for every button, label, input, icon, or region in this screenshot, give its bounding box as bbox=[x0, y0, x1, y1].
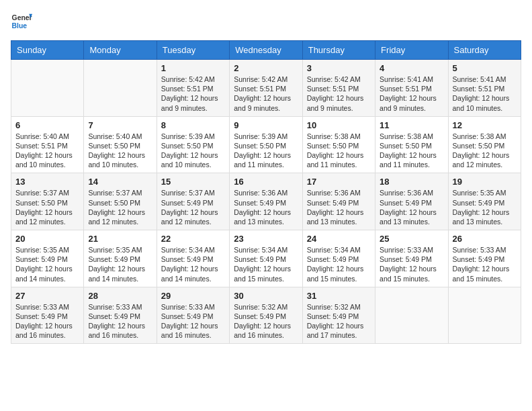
day-info: Sunrise: 5:37 AMSunset: 5:50 PMDaylight:… bbox=[15, 188, 79, 226]
day-info: Sunrise: 5:42 AMSunset: 5:51 PMDaylight:… bbox=[234, 75, 298, 113]
day-number: 24 bbox=[307, 234, 371, 244]
day-info: Sunrise: 5:33 AMSunset: 5:49 PMDaylight:… bbox=[380, 245, 443, 283]
day-number: 26 bbox=[453, 234, 517, 244]
day-number: 25 bbox=[380, 234, 443, 244]
calendar-cell: 5Sunrise: 5:41 AMSunset: 5:51 PMDaylight… bbox=[448, 60, 521, 117]
calendar-cell: 26Sunrise: 5:33 AMSunset: 5:49 PMDayligh… bbox=[448, 230, 521, 287]
calendar-cell bbox=[11, 60, 84, 117]
calendar-cell: 21Sunrise: 5:35 AMSunset: 5:49 PMDayligh… bbox=[84, 230, 157, 287]
day-number: 21 bbox=[88, 234, 152, 244]
calendar-cell: 20Sunrise: 5:35 AMSunset: 5:49 PMDayligh… bbox=[11, 230, 84, 287]
calendar-cell: 16Sunrise: 5:36 AMSunset: 5:49 PMDayligh… bbox=[230, 173, 302, 230]
week-row-2: 6Sunrise: 5:40 AMSunset: 5:51 PMDaylight… bbox=[11, 116, 521, 173]
day-info: Sunrise: 5:34 AMSunset: 5:49 PMDaylight:… bbox=[161, 245, 225, 283]
day-info: Sunrise: 5:33 AMSunset: 5:49 PMDaylight:… bbox=[15, 302, 79, 340]
day-info: Sunrise: 5:34 AMSunset: 5:49 PMDaylight:… bbox=[234, 245, 298, 283]
svg-text:General: General bbox=[12, 14, 32, 21]
calendar-cell: 22Sunrise: 5:34 AMSunset: 5:49 PMDayligh… bbox=[157, 230, 229, 287]
week-row-4: 20Sunrise: 5:35 AMSunset: 5:49 PMDayligh… bbox=[11, 230, 521, 287]
day-info: Sunrise: 5:39 AMSunset: 5:50 PMDaylight:… bbox=[161, 132, 225, 170]
calendar-cell: 12Sunrise: 5:38 AMSunset: 5:50 PMDayligh… bbox=[448, 116, 521, 173]
week-row-3: 13Sunrise: 5:37 AMSunset: 5:50 PMDayligh… bbox=[11, 173, 521, 230]
calendar-cell: 8Sunrise: 5:39 AMSunset: 5:50 PMDaylight… bbox=[157, 116, 229, 173]
calendar-cell: 13Sunrise: 5:37 AMSunset: 5:50 PMDayligh… bbox=[11, 173, 84, 230]
calendar-cell: 23Sunrise: 5:34 AMSunset: 5:49 PMDayligh… bbox=[230, 230, 302, 287]
day-number: 15 bbox=[161, 177, 225, 187]
day-number: 13 bbox=[15, 177, 79, 187]
day-info: Sunrise: 5:37 AMSunset: 5:49 PMDaylight:… bbox=[161, 188, 225, 226]
calendar-cell: 1Sunrise: 5:42 AMSunset: 5:51 PMDaylight… bbox=[157, 60, 229, 117]
day-info: Sunrise: 5:40 AMSunset: 5:51 PMDaylight:… bbox=[15, 132, 79, 170]
day-info: Sunrise: 5:36 AMSunset: 5:49 PMDaylight:… bbox=[380, 188, 443, 226]
day-number: 8 bbox=[161, 120, 225, 130]
weekday-header-tuesday: Tuesday bbox=[157, 41, 229, 60]
day-info: Sunrise: 5:34 AMSunset: 5:49 PMDaylight:… bbox=[307, 245, 371, 283]
day-number: 30 bbox=[234, 291, 298, 301]
day-number: 6 bbox=[15, 120, 79, 130]
week-row-1: 1Sunrise: 5:42 AMSunset: 5:51 PMDaylight… bbox=[11, 60, 521, 117]
calendar-cell: 7Sunrise: 5:40 AMSunset: 5:50 PMDaylight… bbox=[84, 116, 157, 173]
day-number: 31 bbox=[307, 291, 371, 301]
weekday-header-wednesday: Wednesday bbox=[230, 41, 302, 60]
weekday-header-sunday: Sunday bbox=[11, 41, 84, 60]
calendar-cell: 29Sunrise: 5:33 AMSunset: 5:49 PMDayligh… bbox=[157, 287, 229, 344]
calendar-cell: 25Sunrise: 5:33 AMSunset: 5:49 PMDayligh… bbox=[375, 230, 448, 287]
day-info: Sunrise: 5:40 AMSunset: 5:50 PMDaylight:… bbox=[88, 132, 152, 170]
weekday-header-saturday: Saturday bbox=[448, 41, 521, 60]
logo: General Blue bbox=[11, 11, 32, 32]
calendar-cell: 9Sunrise: 5:39 AMSunset: 5:50 PMDaylight… bbox=[230, 116, 302, 173]
calendar-cell: 30Sunrise: 5:32 AMSunset: 5:49 PMDayligh… bbox=[230, 287, 302, 344]
day-number: 19 bbox=[453, 177, 517, 187]
day-number: 23 bbox=[234, 234, 298, 244]
logo-icon: General Blue bbox=[11, 11, 32, 32]
calendar-cell: 3Sunrise: 5:42 AMSunset: 5:51 PMDaylight… bbox=[302, 60, 375, 117]
calendar-cell: 27Sunrise: 5:33 AMSunset: 5:49 PMDayligh… bbox=[11, 287, 84, 344]
day-number: 9 bbox=[234, 120, 298, 130]
day-number: 11 bbox=[380, 120, 443, 130]
calendar-cell bbox=[448, 287, 521, 344]
calendar-cell: 18Sunrise: 5:36 AMSunset: 5:49 PMDayligh… bbox=[375, 173, 448, 230]
day-number: 28 bbox=[88, 291, 152, 301]
day-info: Sunrise: 5:33 AMSunset: 5:49 PMDaylight:… bbox=[161, 302, 225, 340]
calendar-cell: 15Sunrise: 5:37 AMSunset: 5:49 PMDayligh… bbox=[157, 173, 229, 230]
day-info: Sunrise: 5:42 AMSunset: 5:51 PMDaylight:… bbox=[307, 75, 371, 113]
day-number: 4 bbox=[380, 63, 443, 73]
day-info: Sunrise: 5:38 AMSunset: 5:50 PMDaylight:… bbox=[307, 132, 371, 170]
calendar-cell: 31Sunrise: 5:32 AMSunset: 5:49 PMDayligh… bbox=[302, 287, 375, 344]
calendar-cell: 10Sunrise: 5:38 AMSunset: 5:50 PMDayligh… bbox=[302, 116, 375, 173]
weekday-header-thursday: Thursday bbox=[302, 41, 375, 60]
calendar-cell: 24Sunrise: 5:34 AMSunset: 5:49 PMDayligh… bbox=[302, 230, 375, 287]
day-info: Sunrise: 5:41 AMSunset: 5:51 PMDaylight:… bbox=[453, 75, 517, 113]
day-number: 10 bbox=[307, 120, 371, 130]
day-info: Sunrise: 5:38 AMSunset: 5:50 PMDaylight:… bbox=[453, 132, 517, 170]
day-info: Sunrise: 5:32 AMSunset: 5:49 PMDaylight:… bbox=[234, 302, 298, 340]
day-info: Sunrise: 5:38 AMSunset: 5:50 PMDaylight:… bbox=[380, 132, 443, 170]
calendar-cell bbox=[375, 287, 448, 344]
day-info: Sunrise: 5:36 AMSunset: 5:49 PMDaylight:… bbox=[307, 188, 371, 226]
day-info: Sunrise: 5:42 AMSunset: 5:51 PMDaylight:… bbox=[161, 75, 225, 113]
day-number: 14 bbox=[88, 177, 152, 187]
day-number: 2 bbox=[234, 63, 298, 73]
day-info: Sunrise: 5:41 AMSunset: 5:51 PMDaylight:… bbox=[380, 75, 443, 113]
day-number: 1 bbox=[161, 63, 225, 73]
calendar-cell bbox=[84, 60, 157, 117]
weekday-header-friday: Friday bbox=[375, 41, 448, 60]
svg-text:Blue: Blue bbox=[12, 22, 28, 30]
day-number: 5 bbox=[453, 63, 517, 73]
day-number: 27 bbox=[15, 291, 79, 301]
week-row-5: 27Sunrise: 5:33 AMSunset: 5:49 PMDayligh… bbox=[11, 287, 521, 344]
calendar-cell: 19Sunrise: 5:35 AMSunset: 5:49 PMDayligh… bbox=[448, 173, 521, 230]
day-number: 29 bbox=[161, 291, 225, 301]
day-number: 22 bbox=[161, 234, 225, 244]
calendar-cell: 6Sunrise: 5:40 AMSunset: 5:51 PMDaylight… bbox=[11, 116, 84, 173]
day-info: Sunrise: 5:33 AMSunset: 5:49 PMDaylight:… bbox=[88, 302, 152, 340]
day-number: 18 bbox=[380, 177, 443, 187]
day-number: 12 bbox=[453, 120, 517, 130]
calendar-cell: 14Sunrise: 5:37 AMSunset: 5:50 PMDayligh… bbox=[84, 173, 157, 230]
page-header: General Blue bbox=[11, 11, 521, 32]
calendar-cell: 4Sunrise: 5:41 AMSunset: 5:51 PMDaylight… bbox=[375, 60, 448, 117]
day-info: Sunrise: 5:32 AMSunset: 5:49 PMDaylight:… bbox=[307, 302, 371, 340]
day-info: Sunrise: 5:35 AMSunset: 5:49 PMDaylight:… bbox=[15, 245, 79, 283]
day-number: 7 bbox=[88, 120, 152, 130]
day-info: Sunrise: 5:35 AMSunset: 5:49 PMDaylight:… bbox=[453, 188, 517, 226]
